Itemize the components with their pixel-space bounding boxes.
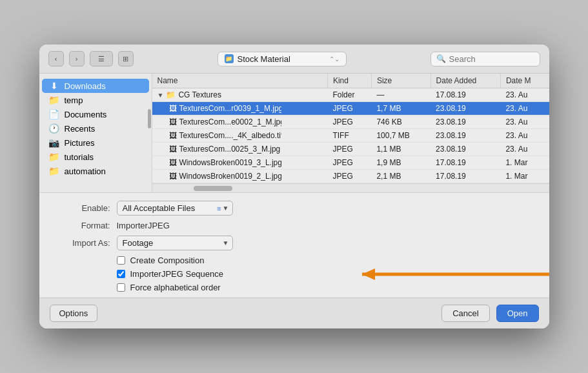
sidebar-scrollbar[interactable] [148, 109, 151, 128]
file-size: 1,7 MB [371, 102, 431, 116]
jpeg-sequence-label[interactable]: ImporterJPEG Sequence [130, 269, 224, 279]
enable-label: Enable: [52, 203, 110, 213]
col-kind[interactable]: Kind [327, 74, 371, 88]
import-as-select-wrap: Footage ▼ [117, 236, 233, 250]
sidebar-item-temp[interactable]: 📁 temp [42, 93, 149, 107]
location-bar[interactable]: 📁 Stock Material ⌃⌄ [218, 52, 347, 66]
col-name[interactable]: Name [152, 74, 328, 88]
enable-select-wrap: All Acceptable Files ≡ ▼ [117, 201, 233, 216]
file-size: 2,1 MB [371, 170, 431, 183]
search-icon: 🔍 [436, 54, 446, 63]
cancel-button[interactable]: Cancel [441, 305, 489, 322]
sidebar-label-recents: Recents [65, 124, 96, 134]
orange-arrow-icon [323, 265, 549, 283]
create-composition-label[interactable]: Create Composition [130, 256, 205, 265]
view-button[interactable]: ☰ [90, 51, 113, 66]
file-date-m: 23. Au [500, 129, 549, 143]
file-kind: Folder [327, 88, 371, 102]
sidebar-item-recents[interactable]: 🕐 Recents [42, 121, 149, 136]
new-folder-icon: ⊞ [123, 55, 128, 63]
scrollbar-thumb [194, 186, 232, 191]
sidebar-item-tutorials[interactable]: 📁 tutorials [42, 150, 149, 164]
import-as-row: Import As: Footage ▼ [52, 236, 536, 250]
file-date-added: 17.08.19 [431, 88, 500, 102]
sidebar-label-automation: automation [65, 166, 106, 176]
file-date-added: 23.08.19 [431, 116, 500, 129]
col-date-added[interactable]: Date Added [431, 74, 500, 88]
sidebar-item-automation[interactable]: 📁 automation [42, 164, 149, 178]
new-folder-button[interactable]: ⊞ [118, 51, 134, 66]
file-name: 🖼WindowsBroken0019_2_L.jpg [152, 170, 281, 183]
jpeg-sequence-checkbox[interactable] [117, 270, 125, 278]
options-area: Enable: All Acceptable Files ≡ ▼ Format:… [39, 192, 549, 297]
open-button[interactable]: Open [496, 305, 539, 322]
format-label: Format: [52, 221, 110, 230]
create-composition-checkbox[interactable] [117, 256, 125, 265]
sidebar-label-downloads: Downloads [65, 81, 106, 91]
file-table[interactable]: NameKindSizeDate AddedDate M ▼📁CG Textur… [152, 74, 549, 183]
options-button[interactable]: Options [50, 305, 98, 322]
sidebar-item-downloads[interactable]: ⬇ Downloads [42, 79, 149, 93]
recents-icon: 🕐 [48, 123, 60, 134]
table-row[interactable]: 🖼TexturesCom...e0002_1_M.jpgJPEG746 KB23… [152, 116, 549, 129]
file-name: 🖼TexturesCom...0025_3_M.jpg [152, 143, 281, 156]
automation-icon: 📁 [48, 166, 60, 176]
table-row[interactable]: 🖼TexturesCom...r0039_1_M.jpgJPEG1,7 MB23… [152, 102, 549, 116]
import-as-label: Import As: [52, 238, 110, 248]
file-date-added: 23.08.19 [431, 143, 500, 156]
search-bar[interactable]: 🔍 [431, 52, 540, 66]
file-name: 🖼WindowsBroken0019_3_L.jpg [152, 156, 281, 169]
search-input[interactable] [449, 54, 533, 64]
pictures-icon: 📷 [48, 137, 60, 148]
files-table: NameKindSizeDate AddedDate M ▼📁CG Textur… [152, 74, 549, 183]
col-date-m[interactable]: Date M [500, 74, 549, 88]
documents-icon: 📄 [48, 109, 60, 119]
table-body: ▼📁CG TexturesFolder—17.08.1923. Au🖼Textu… [152, 88, 549, 183]
table-row[interactable]: 🖼WindowsBroken0019_2_L.jpgJPEG2,1 MB17.0… [152, 170, 549, 183]
table-header: NameKindSizeDate AddedDate M [152, 74, 549, 88]
horizontal-scrollbar[interactable] [152, 183, 549, 192]
tutorials-icon: 📁 [48, 152, 60, 162]
temp-icon: 📁 [48, 95, 60, 105]
downloads-icon: ⬇ [48, 81, 60, 91]
table-row[interactable]: 🖼TexturesCom...0025_3_M.jpgJPEG1,1 MB23.… [152, 143, 549, 156]
file-name: 🖼TexturesCom...._4K_albedo.tif [152, 129, 281, 142]
force-alpha-checkbox[interactable] [117, 283, 125, 292]
file-kind: TIFF [327, 129, 371, 143]
back-button[interactable]: ‹ [48, 51, 64, 66]
sidebar-item-documents[interactable]: 📄 Documents [42, 107, 149, 121]
sidebar-label-pictures: Pictures [65, 138, 95, 148]
file-date-m: 1. Mar [500, 156, 549, 170]
enable-row: Enable: All Acceptable Files ≡ ▼ [52, 201, 536, 216]
file-date-m: 23. Au [500, 143, 549, 156]
col-size[interactable]: Size [371, 74, 431, 88]
create-composition-row: Create Composition [117, 256, 536, 265]
file-size: 1,9 MB [371, 156, 431, 170]
file-area: NameKindSizeDate AddedDate M ▼📁CG Textur… [152, 74, 549, 192]
enable-select[interactable]: All Acceptable Files [117, 201, 233, 216]
file-name: 🖼TexturesCom...e0002_1_M.jpg [152, 116, 281, 128]
checkboxes: Create Composition ImporterJPEG Sequence… [117, 256, 536, 292]
file-size: 100,7 MB [371, 129, 431, 143]
file-kind: JPEG [327, 170, 371, 183]
location-icon: 📁 [225, 54, 234, 63]
file-date-added: 23.08.19 [431, 102, 500, 116]
file-date-m: 23. Au [500, 102, 549, 116]
forward-button[interactable]: › [69, 51, 85, 66]
svg-marker-1 [362, 268, 375, 280]
footer-right: Cancel Open [441, 305, 538, 322]
import-as-select[interactable]: Footage [117, 236, 233, 250]
force-alpha-row: Force alphabetical order [117, 283, 536, 292]
format-value: ImporterJPEG [117, 221, 170, 230]
sidebar-container: ⬇ Downloads 📁 temp 📄 Documents 🕐 Recents… [39, 74, 152, 192]
table-row[interactable]: 🖼TexturesCom...._4K_albedo.tifTIFF100,7 … [152, 129, 549, 143]
force-alpha-label[interactable]: Force alphabetical order [130, 283, 221, 292]
footer: Options Cancel Open [39, 297, 549, 328]
file-date-added: 17.08.19 [431, 170, 500, 183]
sidebar-item-pictures[interactable]: 📷 Pictures [42, 136, 149, 150]
table-row[interactable]: ▼📁CG TexturesFolder—17.08.1923. Au [152, 88, 549, 102]
sidebar: ⬇ Downloads 📁 temp 📄 Documents 🕐 Recents… [39, 74, 152, 192]
table-row[interactable]: 🖼WindowsBroken0019_3_L.jpgJPEG1,9 MB17.0… [152, 156, 549, 170]
file-name: ▼📁CG Textures [152, 88, 281, 101]
sidebar-label-temp: temp [65, 96, 83, 105]
